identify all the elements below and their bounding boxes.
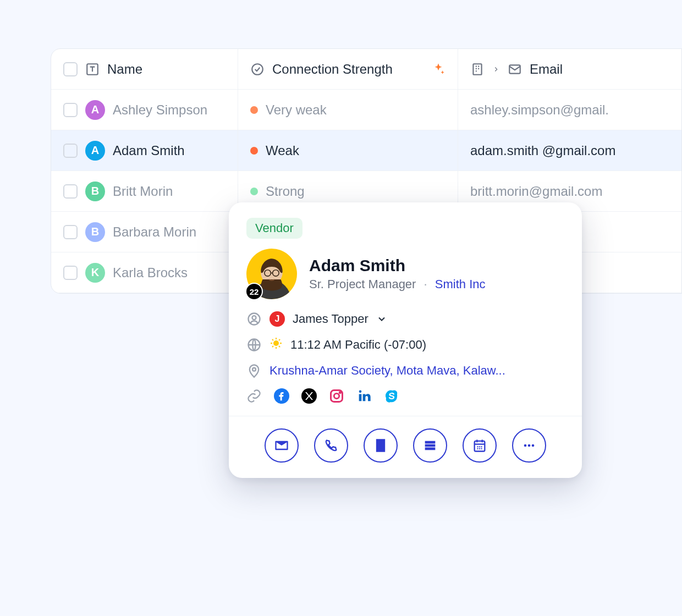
col-name: Name xyxy=(107,62,142,77)
svg-point-23 xyxy=(477,448,478,449)
instagram-icon[interactable] xyxy=(329,388,344,404)
row-checkbox[interactable] xyxy=(63,184,78,199)
col-strength: Connection Strength xyxy=(272,62,393,77)
row-name: Ashley Simpson xyxy=(113,102,207,118)
owner-avatar: J xyxy=(270,311,285,327)
action-more[interactable] xyxy=(512,428,546,463)
row-name: Britt Morin xyxy=(113,184,173,199)
action-inbox[interactable] xyxy=(413,428,447,463)
person-icon xyxy=(246,311,262,327)
row-checkbox[interactable] xyxy=(63,103,78,117)
row-avatar: A xyxy=(85,100,105,120)
action-call[interactable] xyxy=(314,428,348,463)
contact-name: Adam Smith xyxy=(309,256,486,275)
action-calendar[interactable] xyxy=(463,428,497,463)
owner-name: James Topper xyxy=(293,312,369,326)
location-row[interactable]: Krushna-Amar Society, Mota Mava, Kalaw..… xyxy=(246,363,564,378)
table-header: Name Connection Strength xyxy=(51,49,681,90)
avatar-badge: 22 xyxy=(245,283,263,300)
svg-point-27 xyxy=(528,444,531,447)
row-checkbox[interactable] xyxy=(63,144,78,158)
separator-dot: · xyxy=(424,277,427,291)
svg-point-22 xyxy=(481,446,482,447)
row-avatar: B xyxy=(85,222,105,242)
svg-point-17 xyxy=(339,392,340,393)
strength-column-icon xyxy=(250,62,265,76)
strength-dot xyxy=(250,106,258,114)
row-email: britt.morin@gmail.com xyxy=(470,184,602,199)
select-all-checkbox[interactable] xyxy=(63,62,78,76)
pin-icon xyxy=(246,363,262,378)
svg-point-16 xyxy=(334,393,339,398)
col-email: Email xyxy=(530,62,563,77)
chevron-right-icon xyxy=(492,62,500,76)
svg-point-11 xyxy=(273,340,279,346)
action-bar xyxy=(229,416,582,478)
svg-rect-18 xyxy=(377,442,384,452)
row-avatar: K xyxy=(85,263,105,283)
skype-icon[interactable] xyxy=(384,388,399,404)
svg-point-21 xyxy=(479,446,480,447)
svg-point-26 xyxy=(524,444,527,447)
location-text: Krushna-Amar Society, Mota Mava, Kalaw..… xyxy=(270,364,505,378)
svg-point-24 xyxy=(479,448,480,449)
row-avatar: B xyxy=(85,182,105,201)
row-name: Karla Brocks xyxy=(113,265,188,280)
contact-title: Sr. Project Manager xyxy=(309,277,416,291)
facebook-icon[interactable] xyxy=(274,388,289,404)
chevron-down-icon xyxy=(376,311,387,327)
svg-rect-2 xyxy=(473,64,481,75)
strength-dot xyxy=(250,188,258,195)
x-icon[interactable] xyxy=(301,388,317,404)
strength-dot xyxy=(250,147,258,155)
svg-point-12 xyxy=(252,368,256,371)
company-link[interactable]: Smith Inc xyxy=(435,277,486,291)
svg-point-25 xyxy=(481,448,482,449)
row-email: ashley.simpson@gmail. xyxy=(470,102,609,118)
action-email[interactable] xyxy=(265,428,299,463)
linkedin-icon[interactable] xyxy=(356,388,372,404)
globe-icon xyxy=(246,337,262,353)
link-icon xyxy=(246,388,262,404)
svg-point-20 xyxy=(477,446,478,447)
svg-point-1 xyxy=(252,64,263,75)
table-row[interactable]: AAshley SimpsonVery weakashley.simpson@g… xyxy=(51,90,681,130)
text-column-icon xyxy=(85,62,100,76)
row-strength: Weak xyxy=(266,143,299,158)
sun-icon xyxy=(270,337,283,353)
row-strength: Strong xyxy=(266,184,305,199)
table-row[interactable]: AAdam SmithWeakadam.smith @gmail.com xyxy=(51,130,681,171)
row-strength: Very weak xyxy=(266,102,327,118)
time-row: 11:12 AM Pacific (-07:00) xyxy=(246,337,564,353)
avatar[interactable]: 22 xyxy=(246,249,297,299)
contact-card: Vendor xyxy=(229,202,582,478)
social-links xyxy=(246,388,564,404)
sparkle-icon xyxy=(431,62,446,76)
envelope-icon xyxy=(508,62,522,76)
row-name: Barbara Morin xyxy=(113,224,196,240)
row-checkbox[interactable] xyxy=(63,266,78,280)
action-note[interactable] xyxy=(364,428,398,463)
row-avatar: A xyxy=(85,141,105,161)
row-name: Adam Smith xyxy=(113,143,185,158)
svg-point-9 xyxy=(252,316,256,320)
row-checkbox[interactable] xyxy=(63,225,78,239)
tag-vendor[interactable]: Vendor xyxy=(246,218,302,239)
svg-point-28 xyxy=(532,444,535,447)
svg-rect-19 xyxy=(475,441,485,452)
row-email: adam.smith @gmail.com xyxy=(470,143,615,158)
building-icon xyxy=(470,62,485,76)
owner-row[interactable]: J James Topper xyxy=(246,311,564,327)
local-time: 11:12 AM Pacific (-07:00) xyxy=(290,338,426,352)
